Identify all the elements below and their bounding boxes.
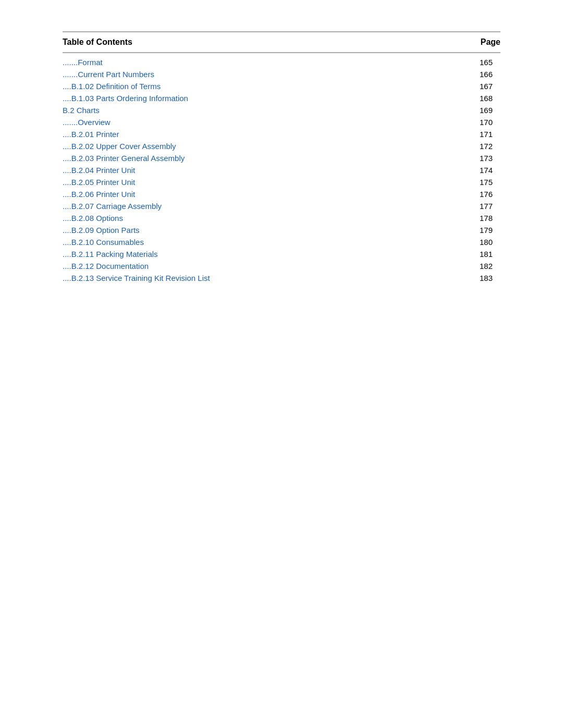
toc-page-number: 176	[480, 190, 500, 199]
toc-row: ....B.2.08 Options178	[63, 212, 500, 224]
toc-page-number: 182	[480, 262, 500, 270]
toc-page-number: 167	[480, 82, 500, 91]
toc-entry[interactable]: ....B.2.02 Upper Cover Assembly	[63, 142, 176, 151]
toc-entry[interactable]: ....B.2.06 Printer Unit	[63, 190, 135, 199]
toc-entry[interactable]: ....B.2.09 Option Parts	[63, 226, 140, 235]
toc-page-number: 178	[480, 214, 500, 223]
toc-row: .......Current Part Numbers166	[63, 68, 500, 80]
toc-page-number: 169	[480, 106, 500, 115]
toc-entry[interactable]: ....B.2.12 Documentation	[63, 262, 149, 270]
toc-row: ....B.2.06 Printer Unit176	[63, 188, 500, 200]
toc-entry[interactable]: .......Current Part Numbers	[63, 70, 154, 79]
toc-page-number: 174	[480, 166, 500, 175]
toc-row: ....B.2.07 Carriage Assembly177	[63, 200, 500, 212]
toc-page-number: 172	[480, 142, 500, 151]
toc-entry[interactable]: ....B.2.10 Consumables	[63, 238, 144, 246]
toc-row: ....B.2.12 Documentation182	[63, 260, 500, 272]
toc-header: Table of Contents Page	[63, 31, 500, 53]
toc-page-number: 170	[480, 118, 500, 127]
toc-row: ....B.2.05 Printer Unit175	[63, 176, 500, 188]
toc-page-number: 166	[480, 70, 500, 79]
toc-entry[interactable]: B.2 Charts	[63, 106, 100, 115]
toc-row: ....B.1.03 Parts Ordering Information168	[63, 92, 500, 104]
toc-entry[interactable]: ....B.1.02 Definition of Terms	[63, 82, 161, 91]
toc-page-number: 181	[480, 250, 500, 258]
toc-page-number: 165	[480, 58, 500, 67]
toc-entry[interactable]: ....B.2.07 Carriage Assembly	[63, 202, 162, 211]
toc-page-number: 180	[480, 238, 500, 246]
toc-row: ....B.2.02 Upper Cover Assembly172	[63, 140, 500, 152]
toc-row: .......Overview170	[63, 116, 500, 128]
page-container: Table of Contents Page .......Format165.…	[0, 0, 563, 728]
toc-page-number: 173	[480, 154, 500, 163]
toc-entry[interactable]: ....B.2.04 Printer Unit	[63, 166, 135, 175]
toc-page-number: 175	[480, 178, 500, 187]
toc-page-header: Page	[481, 38, 500, 47]
toc-row: .......Format165	[63, 56, 500, 68]
toc-row: ....B.2.03 Printer General Assembly173	[63, 152, 500, 164]
toc-entry[interactable]: ....B.2.05 Printer Unit	[63, 178, 135, 187]
toc-row: ....B.2.11 Packing Materials181	[63, 248, 500, 260]
toc-entry[interactable]: ....B.2.11 Packing Materials	[63, 250, 158, 258]
toc-entry[interactable]: ....B.1.03 Parts Ordering Information	[63, 94, 188, 103]
toc-body: .......Format165.......Current Part Numb…	[63, 55, 500, 284]
toc-page-number: 171	[480, 130, 500, 139]
toc-entry[interactable]: ....B.2.13 Service Training Kit Revision…	[63, 274, 210, 282]
toc-row: ....B.2.04 Printer Unit174	[63, 164, 500, 176]
toc-entry[interactable]: .......Overview	[63, 118, 111, 127]
toc-page-number: 183	[480, 274, 500, 282]
toc-entry[interactable]: ....B.2.08 Options	[63, 214, 123, 223]
toc-row: B.2 Charts169	[63, 104, 500, 116]
toc-row: ....B.2.01 Printer171	[63, 128, 500, 140]
toc-page-number: 179	[480, 226, 500, 235]
toc-title: Table of Contents	[63, 38, 132, 47]
toc-page-number: 177	[480, 202, 500, 211]
toc-row: ....B.2.10 Consumables180	[63, 236, 500, 248]
toc-entry[interactable]: .......Format	[63, 58, 103, 67]
toc-entry[interactable]: ....B.2.03 Printer General Assembly	[63, 154, 185, 163]
toc-row: ....B.2.09 Option Parts179	[63, 224, 500, 236]
toc-entry[interactable]: ....B.2.01 Printer	[63, 130, 119, 139]
toc-row: ....B.1.02 Definition of Terms167	[63, 80, 500, 92]
toc-page-number: 168	[480, 94, 500, 103]
toc-row: ....B.2.13 Service Training Kit Revision…	[63, 272, 500, 284]
